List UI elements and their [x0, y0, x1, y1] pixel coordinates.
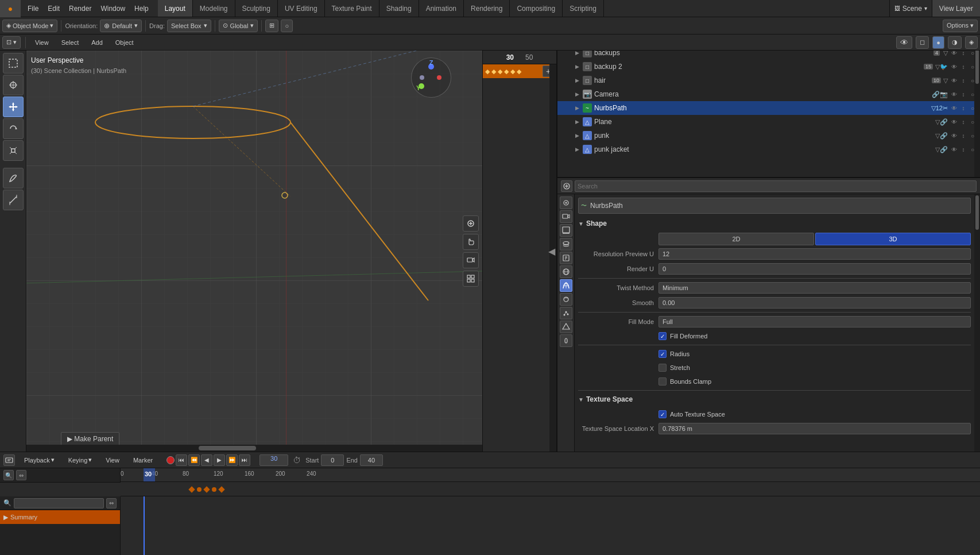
proportional-btn[interactable]: ○: [281, 20, 293, 32]
outliner-scrollbar[interactable]: [974, 32, 980, 177]
punk-expand[interactable]: ▶: [574, 132, 580, 139]
props-output-btn[interactable]: [560, 224, 572, 237]
timeline-search-icon[interactable]: 🔍: [3, 470, 14, 480]
timeline-search-input[interactable]: [14, 498, 104, 508]
jump-to-start-btn[interactable]: ⏮: [176, 454, 187, 466]
twist-method-value[interactable]: Minimum: [659, 282, 971, 294]
anim-resize-handle[interactable]: ◀: [548, 246, 555, 257]
backups-sel-icon[interactable]: ↕: [959, 50, 967, 56]
record-btn[interactable]: [166, 456, 175, 464]
menu-edit[interactable]: Edit: [43, 0, 64, 17]
play-btn[interactable]: ▶: [214, 454, 225, 466]
tool-cursor[interactable]: [3, 75, 24, 95]
view-overlay-btn[interactable]: 👁: [896, 36, 912, 49]
gizmo-circle[interactable]: Z Y: [411, 57, 451, 98]
hair-expand[interactable]: ▶: [574, 77, 580, 84]
punk-jacket-sel-icon[interactable]: ↕: [959, 147, 967, 153]
hair-vis-icon[interactable]: 👁: [950, 78, 958, 84]
camera-sel-icon[interactable]: ↕: [959, 91, 967, 98]
drag-selector[interactable]: Select Box ▾: [167, 20, 211, 32]
viewport[interactable]: User Perspective (30) Scene Collection |…: [26, 51, 482, 452]
tab-layout[interactable]: Layout: [158, 0, 193, 17]
end-value[interactable]: 40: [360, 454, 383, 466]
tab-texture-paint[interactable]: Texture Paint: [325, 0, 379, 17]
backup2-expand[interactable]: ▶: [574, 63, 580, 70]
header-view-btn[interactable]: View: [30, 36, 53, 49]
tool-move[interactable]: [3, 97, 24, 117]
mode-selector[interactable]: ◈ Object Mode ▾: [2, 20, 57, 32]
play-back-btn[interactable]: ◀: [201, 454, 212, 466]
tool-scale[interactable]: [3, 140, 24, 161]
punk-jacket-vis-icon[interactable]: 👁: [950, 147, 958, 153]
props-object-data-btn[interactable]: [560, 279, 572, 292]
pivot-selector[interactable]: ⊙ Global ▾: [219, 20, 258, 32]
gizmo-x-axis[interactable]: [437, 75, 441, 80]
backup2-sel-icon[interactable]: ↕: [959, 64, 967, 70]
props-search-input[interactable]: [575, 180, 977, 192]
outliner-item-plane[interactable]: ▶ △ Plane ▽🔗 👁 ↕ ○: [557, 115, 980, 129]
outliner-item-nurbspath[interactable]: ▶ ~ NurbsPath ▽12✂ 👁 ↕ ○: [557, 101, 980, 115]
start-value[interactable]: 0: [321, 454, 344, 466]
backups-vis-icon[interactable]: 👁: [950, 50, 958, 56]
tool-annotate[interactable]: [3, 168, 24, 188]
outliner-item-backup2[interactable]: ▶ □ backup 2 15 ▽🐦 👁 ↕ ○: [557, 60, 980, 74]
menu-help[interactable]: Help: [130, 0, 153, 17]
viewport-shading-solid[interactable]: ●: [932, 36, 944, 49]
step-back-btn[interactable]: ⏪: [188, 454, 200, 466]
hand-tool-btn[interactable]: [463, 234, 479, 250]
camera-expand[interactable]: ▶: [574, 91, 580, 98]
stretch-checkbox[interactable]: [659, 364, 667, 372]
props-3d-btn[interactable]: 3D: [815, 233, 971, 245]
tab-animation[interactable]: Animation: [419, 0, 464, 17]
track-area[interactable]: [121, 496, 980, 555]
scene-selector[interactable]: 🖼 Scene ▾: [889, 0, 932, 17]
menu-window[interactable]: Window: [96, 0, 130, 17]
header-object-btn[interactable]: Object: [111, 36, 138, 49]
tool-rotate[interactable]: [3, 118, 24, 139]
props-scene-props-btn[interactable]: [560, 252, 572, 264]
props-world-btn[interactable]: [560, 265, 572, 278]
auto-texture-space-checkbox[interactable]: ✓: [659, 410, 667, 418]
viewport-gizmo[interactable]: Z Y: [411, 57, 457, 103]
render-u-value[interactable]: 0: [659, 263, 971, 275]
timeline-type-btn[interactable]: [3, 454, 15, 466]
menu-file[interactable]: File: [23, 0, 43, 17]
outliner-item-punk[interactable]: ▶ △ punk ▽🔗 👁 ↕ ○: [557, 129, 980, 142]
timeline-filter-icon[interactable]: ⇔: [16, 470, 26, 480]
punk-vis-icon[interactable]: 👁: [950, 133, 958, 139]
props-view-layer-btn[interactable]: [560, 238, 572, 250]
nurbspath-expand[interactable]: ▶: [574, 105, 580, 111]
viewport-shading-render[interactable]: ◈: [965, 36, 978, 49]
header-select-btn[interactable]: Select: [57, 36, 84, 49]
grid-view-btn[interactable]: [463, 271, 479, 287]
props-scene-btn[interactable]: [560, 196, 572, 209]
props-section-shape[interactable]: ▼ Shape: [578, 217, 971, 230]
viewport-hscroll-thumb[interactable]: [199, 446, 256, 450]
plane-vis-icon[interactable]: 👁: [950, 119, 958, 125]
tab-shading[interactable]: Shading: [379, 0, 419, 17]
outliner-item-punk-jacket[interactable]: ▶ △ punk jacket ▽🔗 👁 ↕ ○: [557, 142, 980, 156]
fill-mode-value[interactable]: Full: [659, 316, 971, 327]
timeline-filter-btn[interactable]: ⇔: [106, 498, 117, 508]
tab-scripting[interactable]: Scripting: [563, 0, 604, 17]
nurbspath-vis-icon[interactable]: 👁: [950, 105, 958, 111]
viewport-hscroll[interactable]: [26, 445, 482, 452]
zoom-in-btn[interactable]: [463, 215, 479, 232]
props-physics-btn[interactable]: [560, 321, 572, 333]
menu-render[interactable]: Render: [64, 0, 96, 17]
current-frame-input[interactable]: 30: [259, 454, 288, 466]
hair-sel-icon[interactable]: ↕: [959, 78, 967, 84]
props-type-btn[interactable]: [561, 180, 572, 192]
texture-space-loc-x-value[interactable]: 0.78376 m: [659, 423, 971, 434]
tab-sculpting[interactable]: Sculpting: [235, 0, 278, 17]
timeline-marker-btn[interactable]: Marker: [129, 454, 157, 467]
props-2d-btn[interactable]: 2D: [659, 233, 814, 245]
outliner-item-camera[interactable]: ▶ 📷 Camera 🔗📷 👁 ↕ ○: [557, 87, 980, 101]
step-fwd-btn[interactable]: ⏩: [226, 454, 238, 466]
timeline-summary-label[interactable]: ▶ Summary: [0, 510, 120, 524]
props-render-btn[interactable]: [560, 210, 572, 223]
props-constraints-btn[interactable]: [560, 334, 572, 347]
anim-vscroll[interactable]: [549, 64, 556, 452]
tab-compositing[interactable]: Compositing: [510, 0, 563, 17]
playback-menu-btn[interactable]: Playback ▾: [20, 454, 59, 467]
